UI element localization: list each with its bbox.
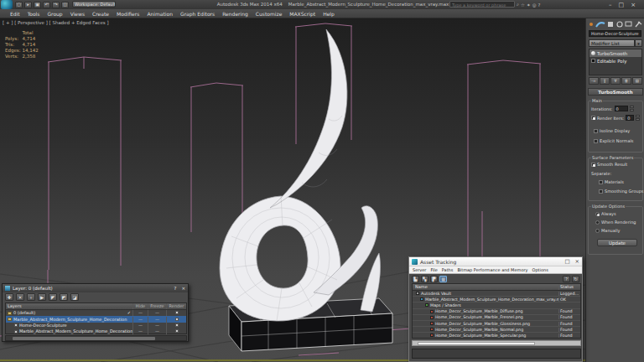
viewport-label[interactable]: [ + ] [ Perspective ] [ Shaded + Edged F… xyxy=(3,20,109,25)
scrollbar-thumb[interactable] xyxy=(13,337,155,340)
undo-icon[interactable]: ↶ xyxy=(43,2,50,8)
configure-modifier-sets-icon[interactable]: ▤ xyxy=(632,77,642,85)
sign-in-icon[interactable]: ☆ xyxy=(521,3,525,8)
help-icon[interactable]: ? xyxy=(538,3,540,8)
pin-stack-icon[interactable]: -∞ xyxy=(589,77,599,85)
delete-layer-icon[interactable]: ✕ xyxy=(16,293,24,301)
vault-refresh-icon[interactable]: ▚ xyxy=(421,276,428,282)
add-selection-to-layer-icon[interactable]: ＋ xyxy=(27,293,35,301)
layer-row-marble-object[interactable]: Marble_Abstract_Modern_Sculpture_Home_De… xyxy=(6,328,186,334)
layer-dialog-titlebar[interactable]: Layer: 0 (default) ? × xyxy=(3,284,188,292)
redo-icon[interactable]: ↷ xyxy=(52,2,60,8)
asset-close-button[interactable]: × xyxy=(575,258,579,265)
menu-modifiers[interactable]: Modifiers xyxy=(117,11,139,17)
asset-table-header[interactable]: Name Status xyxy=(413,284,580,291)
search-input[interactable] xyxy=(450,3,514,8)
vault-login-icon[interactable]: ▙ xyxy=(412,276,419,282)
hide-freeze-icon[interactable]: ◪ xyxy=(70,293,79,301)
update-button[interactable]: Update xyxy=(597,239,637,246)
close-button[interactable]: × xyxy=(631,2,636,8)
modifier-stack-item-editable-poly[interactable]: Editable Poly xyxy=(589,57,641,65)
search-icon[interactable]: ⌕ xyxy=(517,2,519,8)
scrollbar-thumb[interactable] xyxy=(418,342,535,345)
new-scene-icon[interactable]: ▢ xyxy=(15,2,23,8)
layer-horizontal-scrollbar[interactable] xyxy=(5,335,187,341)
asset-maximize-button[interactable]: □ xyxy=(564,258,569,265)
select-objects-in-layer-icon[interactable]: ▶ xyxy=(38,293,46,301)
make-unique-icon[interactable]: ∀ xyxy=(610,77,621,85)
menu-create[interactable]: Create xyxy=(92,11,109,17)
asset-row-vault[interactable]: Autodesk Vault Logged... xyxy=(413,291,580,297)
maximize-button[interactable]: □ xyxy=(619,2,625,8)
layer-help-button[interactable]: ? xyxy=(174,286,176,291)
update-manually-radio[interactable] xyxy=(595,229,600,233)
iterations-spinner-arrows[interactable] xyxy=(630,106,634,111)
asset-menu-options[interactable]: Options xyxy=(532,267,548,272)
create-new-layer-icon[interactable]: ✚ xyxy=(5,293,13,301)
menu-tools[interactable]: Tools xyxy=(28,11,40,17)
layer-close-button[interactable]: × xyxy=(181,286,185,291)
menu-animation[interactable]: Animation xyxy=(147,11,173,17)
menu-customize[interactable]: Customize xyxy=(256,11,283,17)
layer-row-home-decor-object[interactable]: Home-Decor-Sculpture — — xyxy=(6,323,186,328)
asset-row-glossiness[interactable]: Home_Decor_Sculpture_Marble_Glossiness.p… xyxy=(413,321,580,327)
workspace-selector[interactable]: Workspace: Default xyxy=(72,1,116,8)
update-when-rendering-radio[interactable] xyxy=(595,220,600,225)
menu-group[interactable]: Group xyxy=(47,11,62,17)
update-always-radio[interactable] xyxy=(595,212,600,216)
remove-modifier-icon[interactable]: 🗑 xyxy=(621,77,631,85)
asset-menu-server[interactable]: Server xyxy=(413,267,426,272)
layer-row-marble-selected[interactable]: Marble_Abstract_Modern_Sculpture_Home_De… xyxy=(6,316,186,322)
object-name-field[interactable]: Home-Decor-Sculpture xyxy=(589,30,641,37)
asset-row-specular[interactable]: Home_Decor_Sculpture_Marble_Specular.png… xyxy=(413,333,580,339)
layer-row-default[interactable]: 0 (default)✓ — — xyxy=(6,310,186,316)
app-logo-icon[interactable] xyxy=(1,0,13,9)
sculpture-mesh[interactable] xyxy=(220,29,381,321)
modifier-enable-bulb-icon[interactable] xyxy=(591,51,595,55)
iterations-spinner[interactable]: 0 xyxy=(615,106,628,111)
isoline-display-checkbox[interactable] xyxy=(594,129,598,133)
set-current-layer-icon[interactable]: ◤ xyxy=(49,293,57,301)
render-iters-spinner[interactable]: 0 xyxy=(626,115,634,121)
show-end-result-icon[interactable]: ‖ xyxy=(600,77,610,85)
asset-row-diffuse[interactable]: Home_Decor_Sculpture_Marble_Diffuse.png … xyxy=(413,309,580,315)
project-folder-icon[interactable]: ◫ xyxy=(61,2,69,8)
explicit-normals-checkbox[interactable] xyxy=(594,139,598,143)
modifier-list-dropdown[interactable]: Modifier List xyxy=(589,39,635,47)
menu-graph-editors[interactable]: Graph Editors xyxy=(180,11,215,17)
minimize-button[interactable]: – xyxy=(609,2,612,8)
menu-rendering[interactable]: Rendering xyxy=(222,11,248,17)
exchange-apps-icon[interactable]: ✦ xyxy=(527,3,531,8)
render-iters-checkbox[interactable] xyxy=(591,116,595,120)
asset-menu-paths[interactable]: Paths xyxy=(442,267,454,272)
asset-menu-file[interactable]: File xyxy=(430,267,437,272)
refresh-status-icon[interactable]: ↻ xyxy=(572,276,579,282)
render-iters-spinner-arrows[interactable] xyxy=(636,115,640,121)
menu-views[interactable]: Views xyxy=(70,11,85,17)
highlight-layer-icon[interactable]: ◩ xyxy=(60,293,68,301)
asset-row-maps-shaders[interactable]: Maps / Shaders xyxy=(413,303,580,308)
asset-row-fresnel[interactable]: Home_Decor_Sculpture_Marble_Fresnel.png … xyxy=(413,315,580,321)
communication-center-icon[interactable]: ◎ xyxy=(532,3,537,8)
turbosmooth-rollout-header[interactable]: TurboSmooth xyxy=(588,88,643,96)
menu-help[interactable]: Help xyxy=(323,11,335,17)
save-file-icon[interactable]: ▣ xyxy=(34,2,41,8)
materials-checkbox[interactable] xyxy=(599,180,603,184)
smooth-result-checkbox[interactable] xyxy=(591,163,595,167)
asset-tree-view-icon[interactable]: ▦ xyxy=(439,276,447,282)
asset-help-icon[interactable]: ? xyxy=(563,276,570,282)
command-panel-tabs[interactable] xyxy=(588,19,643,29)
asset-browse-icon[interactable]: ▛ xyxy=(430,276,438,282)
modifier-list-arrow-icon[interactable]: ▾ xyxy=(635,39,642,47)
asset-row-normal[interactable]: Home_Decor_Sculpture_Marble_Normal.png F… xyxy=(413,327,580,333)
asset-horizontal-scrollbar[interactable] xyxy=(412,340,581,346)
open-file-icon[interactable]: ▸ xyxy=(24,2,32,8)
smoothing-groups-checkbox[interactable] xyxy=(599,189,603,194)
menu-edit[interactable]: Edit xyxy=(10,11,20,17)
asset-row-max-file[interactable]: Marble_Abstract_Modern_Sculpture_Home_De… xyxy=(413,297,580,303)
layer-list-header[interactable]: Layers Hide Freeze Render xyxy=(6,303,186,310)
asset-menu-bitmap-performance[interactable]: Bitmap Performance and Memory xyxy=(457,267,527,272)
menu-maxscript[interactable]: MAXScript xyxy=(289,11,315,17)
asset-dialog-titlebar[interactable]: Asset Tracking □ × xyxy=(409,257,582,266)
modifier-stack-item-turbosmooth[interactable]: TurboSmooth xyxy=(589,49,641,57)
